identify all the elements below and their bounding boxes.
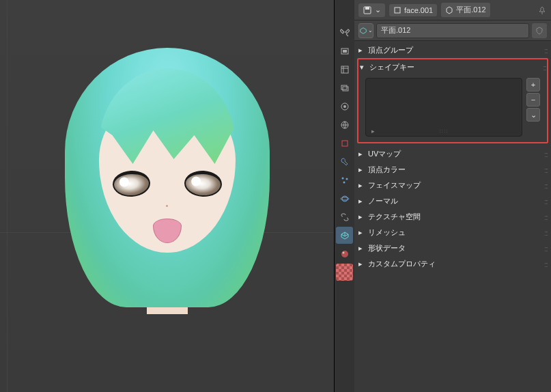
drag-icon: :::: bbox=[544, 197, 547, 206]
tool-tab[interactable] bbox=[336, 24, 353, 41]
svg-point-11 bbox=[343, 181, 345, 183]
object-name: face.001 bbox=[404, 6, 433, 14]
svg-point-9 bbox=[341, 177, 343, 179]
panel-label: 頂点グループ bbox=[368, 45, 413, 55]
svg-rect-17 bbox=[365, 7, 369, 10]
shape-keys-list[interactable]: ▸ :::: bbox=[365, 78, 522, 137]
properties-tabs bbox=[335, 0, 354, 392]
shape-keys-highlighted-region: ▾ シェイプキー :::: ▸ :::: + − ⌄ bbox=[357, 58, 548, 143]
triangle-right-icon: ▸ bbox=[358, 244, 365, 253]
drag-icon: :::: bbox=[544, 166, 547, 174]
triangle-right-icon: ▸ bbox=[358, 46, 365, 55]
panel-label: リメッシュ bbox=[368, 227, 406, 238]
svg-rect-1 bbox=[343, 50, 347, 53]
triangle-right-icon: ▸ bbox=[358, 150, 365, 158]
material-tab[interactable] bbox=[336, 245, 353, 262]
drag-icon: :::: bbox=[544, 46, 547, 55]
mesh-datablock-dropdown[interactable]: ⌄ bbox=[358, 23, 373, 38]
pin-icon[interactable] bbox=[537, 5, 547, 15]
scene-tab[interactable] bbox=[336, 98, 353, 115]
add-shape-key-button[interactable]: + bbox=[526, 78, 540, 92]
drag-icon: :::: bbox=[544, 244, 547, 253]
panel-label: 形状データ bbox=[368, 243, 406, 253]
panel-vertex-groups[interactable]: ▸ 頂点グループ :::: bbox=[357, 42, 548, 58]
viewlayer-tab[interactable] bbox=[336, 79, 353, 96]
triangle-right-icon: ▸ bbox=[358, 212, 365, 221]
panel-label: シェイプキー bbox=[369, 62, 414, 72]
properties-header: ⌄ face.001 平面.012 bbox=[354, 0, 551, 20]
svg-point-6 bbox=[343, 105, 346, 108]
object-icon bbox=[393, 6, 401, 14]
particles-tab[interactable] bbox=[336, 171, 353, 188]
triangle-right-icon: ▸ bbox=[358, 165, 365, 174]
triangle-right-icon: ▸ bbox=[358, 181, 365, 190]
svg-rect-4 bbox=[343, 87, 348, 91]
panel-remesh[interactable]: ▸ リメッシュ :::: bbox=[357, 225, 548, 240]
mesh-data-tab[interactable] bbox=[336, 227, 353, 244]
texture-tab[interactable] bbox=[336, 264, 353, 281]
data-breadcrumb[interactable]: 平面.012 bbox=[441, 3, 490, 17]
panel-shape-keys[interactable]: ▾ シェイプキー :::: bbox=[358, 59, 547, 75]
physics-tab[interactable] bbox=[336, 190, 353, 207]
list-expand-toggle[interactable]: ▸ bbox=[371, 128, 375, 135]
svg-point-15 bbox=[342, 251, 344, 253]
modifier-tab[interactable] bbox=[336, 153, 353, 170]
triangle-right-icon: ▸ bbox=[358, 260, 365, 268]
svg-point-14 bbox=[341, 251, 348, 257]
world-tab[interactable] bbox=[336, 116, 353, 133]
chevron-down-icon: ⌄ bbox=[368, 27, 373, 33]
svg-rect-2 bbox=[341, 66, 348, 73]
drag-icon: :::: bbox=[544, 213, 547, 221]
triangle-right-icon: ▸ bbox=[358, 197, 365, 206]
panel-vertex-colors[interactable]: ▸ 頂点カラー :::: bbox=[357, 162, 548, 178]
triangle-right-icon: ▸ bbox=[358, 228, 365, 237]
drag-icon: :::: bbox=[543, 64, 546, 72]
drag-icon: :::: bbox=[544, 150, 547, 158]
chevron-down-icon: ⌄ bbox=[375, 5, 381, 14]
object-tab[interactable] bbox=[336, 135, 353, 152]
panel-custom-props[interactable]: ▸ カスタムプロパティ :::: bbox=[357, 256, 548, 272]
save-icon bbox=[363, 5, 372, 15]
render-tab[interactable] bbox=[336, 42, 353, 59]
svg-rect-18 bbox=[395, 8, 400, 13]
panel-label: ノーマル bbox=[368, 196, 398, 206]
display-mode-dropdown[interactable]: ⌄ bbox=[358, 3, 385, 17]
object-breadcrumb[interactable]: face.001 bbox=[389, 4, 437, 16]
constraints-tab[interactable] bbox=[336, 208, 353, 225]
svg-rect-3 bbox=[341, 85, 347, 89]
svg-point-12 bbox=[342, 196, 348, 201]
panel-texture-space[interactable]: ▸ テクスチャ空間 :::: bbox=[357, 209, 548, 225]
viewport-3d[interactable] bbox=[0, 0, 335, 392]
panel-normals[interactable]: ▸ ノーマル :::: bbox=[357, 193, 548, 209]
svg-point-10 bbox=[345, 178, 348, 180]
panel-label: テクスチャ空間 bbox=[368, 212, 421, 222]
mesh-data-name: 平面.012 bbox=[456, 5, 485, 15]
panel-label: カスタムプロパティ bbox=[368, 259, 436, 269]
triangle-down-icon: ▾ bbox=[360, 63, 367, 72]
output-tab[interactable] bbox=[336, 61, 353, 78]
panel-label: 頂点カラー bbox=[368, 165, 406, 175]
panel-uv-maps[interactable]: ▸ UVマップ :::: bbox=[357, 146, 548, 162]
mesh-name-field[interactable]: 平面.012 bbox=[376, 23, 529, 38]
mesh-icon bbox=[445, 6, 453, 14]
panel-label: UVマップ bbox=[368, 149, 401, 159]
remove-shape-key-button[interactable]: − bbox=[526, 93, 540, 107]
mesh-name-row: ⌄ 平面.012 bbox=[354, 20, 551, 41]
drag-icon: :::: bbox=[440, 128, 449, 134]
shape-key-specials-dropdown[interactable]: ⌄ bbox=[526, 108, 540, 122]
svg-rect-8 bbox=[342, 141, 348, 146]
drag-icon: :::: bbox=[544, 182, 547, 190]
panel-geometry-data[interactable]: ▸ 形状データ :::: bbox=[357, 240, 548, 256]
fake-user-toggle[interactable] bbox=[532, 23, 547, 38]
panel-label: フェイスマップ bbox=[368, 180, 421, 191]
drag-icon: :::: bbox=[544, 229, 547, 237]
panel-face-maps[interactable]: ▸ フェイスマップ :::: bbox=[357, 178, 548, 193]
drag-icon: :::: bbox=[544, 260, 547, 268]
